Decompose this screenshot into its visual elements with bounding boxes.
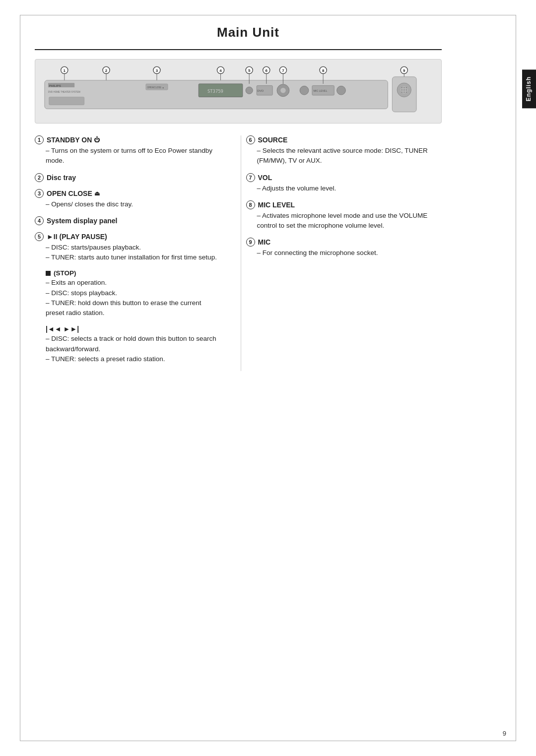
svg-point-28 xyxy=(403,91,405,93)
item-vol-heading: 7 VOL xyxy=(246,173,432,182)
svg-text:2: 2 xyxy=(105,68,108,73)
svg-point-21 xyxy=(402,87,403,89)
mic-level-label: MIC LEVEL xyxy=(258,201,295,209)
svg-text:1: 1 xyxy=(64,68,66,73)
circle-9: 9 xyxy=(246,238,255,247)
mic-level-bullet-1: Activates microphone level mode and use … xyxy=(257,211,432,231)
svg-point-24 xyxy=(402,89,403,91)
page-border-left xyxy=(20,15,20,741)
stop-heading: (STOP) xyxy=(46,269,221,277)
play-pause-bullet-1: DISC: starts/pauses playback. xyxy=(46,243,221,252)
item-standby: 1 STANDBY ON ⏻ Turns on the system or tu… xyxy=(35,135,221,166)
standby-label: STANDBY ON xyxy=(47,136,92,144)
device-svg: PHILIPS DVD HOME THEATER SYSTEM OPEN/CLO… xyxy=(40,64,436,119)
prev-next-icons: |◄◄ ►►| xyxy=(46,325,79,333)
item-disc-tray-heading: 2 Disc tray xyxy=(35,173,221,182)
svg-point-23 xyxy=(405,87,407,89)
svg-point-25 xyxy=(403,89,405,91)
page-border-right xyxy=(516,15,516,741)
description-columns: 1 STANDBY ON ⏻ Turns on the system or tu… xyxy=(35,135,442,371)
item-prev-next: |◄◄ ►►| DISC: selects a track or hold do… xyxy=(35,325,221,364)
device-image: PHILIPS DVD HOME THEATER SYSTEM OPEN/CLO… xyxy=(35,59,442,124)
circle-3: 3 xyxy=(35,189,44,198)
circle-1: 1 xyxy=(35,135,44,144)
prev-next-bullet-1: DISC: selects a track or hold down this … xyxy=(46,334,221,354)
svg-text:OPEN/CLOSE ▲: OPEN/CLOSE ▲ xyxy=(147,86,164,89)
svg-point-9 xyxy=(246,87,253,94)
svg-point-27 xyxy=(402,91,403,93)
item-source-heading: 6 SOURCE xyxy=(246,135,432,144)
svg-text:8: 8 xyxy=(322,68,325,73)
circle-5: 5 xyxy=(35,232,44,241)
svg-rect-4 xyxy=(49,97,84,105)
page-title: Main Unit xyxy=(35,25,462,40)
page-number: 9 xyxy=(503,730,506,737)
prev-next-heading: |◄◄ ►►| xyxy=(46,325,221,333)
svg-text:6: 6 xyxy=(266,68,268,73)
circle-7: 7 xyxy=(246,173,255,182)
item-mic-level: 8 MIC LEVEL Activates microphone level m… xyxy=(246,200,432,231)
svg-text:5: 5 xyxy=(248,68,251,73)
item-stop: (STOP) Exits an operation. DISC: stops p… xyxy=(35,269,221,318)
svg-text:DVD HOME THEATER SYSTEM: DVD HOME THEATER SYSTEM xyxy=(48,91,80,93)
svg-point-29 xyxy=(405,91,407,93)
item-play-pause-heading: 5 ►II (PLAY PAUSE) xyxy=(35,232,221,241)
source-label: SOURCE xyxy=(258,136,288,144)
disc-tray-label: Disc tray xyxy=(47,174,76,182)
svg-point-14 xyxy=(300,86,309,95)
svg-point-17 xyxy=(337,86,346,95)
item-open-close-heading: 3 OPEN CLOSE ⏏ xyxy=(35,189,221,198)
mic-bullet-1: For connecting the microphone socket. xyxy=(257,248,432,258)
svg-text:ST3759: ST3759 xyxy=(207,89,223,94)
power-icon: ⏻ xyxy=(94,136,100,143)
stop-icon xyxy=(46,271,51,276)
item-disc-tray: 2 Disc tray xyxy=(35,173,221,182)
open-close-bullet-1: Opens/ closes the disc tray. xyxy=(46,199,221,209)
play-pause-label: ►II (PLAY PAUSE) xyxy=(47,233,107,241)
system-display-label: System display panel xyxy=(47,217,117,225)
circle-6: 6 xyxy=(246,135,255,144)
item-system-display: 4 System display panel xyxy=(35,216,221,225)
item-play-pause: 5 ►II (PLAY PAUSE) DISC: starts/pauses p… xyxy=(35,232,221,263)
source-bullet-1: Selects the relevant active source mode:… xyxy=(257,146,432,166)
vol-label: VOL xyxy=(258,174,272,182)
item-mic-level-heading: 8 MIC LEVEL xyxy=(246,200,432,209)
svg-text:3: 3 xyxy=(156,68,158,73)
english-tab: English xyxy=(522,69,536,108)
svg-text:PHILIPS: PHILIPS xyxy=(49,84,61,87)
svg-text:DVD: DVD xyxy=(257,89,264,92)
item-open-close: 3 OPEN CLOSE ⏏ Opens/ closes the disc tr… xyxy=(35,189,221,209)
svg-point-13 xyxy=(280,88,286,93)
svg-text:7: 7 xyxy=(282,68,284,73)
item-vol: 7 VOL Adjusts the volume level. xyxy=(246,173,432,193)
vol-bullet-1: Adjusts the volume level. xyxy=(257,184,432,193)
mic-label: MIC xyxy=(258,238,271,246)
svg-text:MIC LEVEL: MIC LEVEL xyxy=(314,89,328,92)
circle-8: 8 xyxy=(246,200,255,209)
stop-label: (STOP) xyxy=(54,269,76,277)
stop-bullet-1: Exits an operation. xyxy=(46,278,221,288)
prev-next-bullet-2: TUNER: selects a preset radio station. xyxy=(46,354,221,364)
circle-4: 4 xyxy=(35,216,44,225)
left-column: 1 STANDBY ON ⏻ Turns on the system or tu… xyxy=(35,135,236,371)
circle-2: 2 xyxy=(35,173,44,182)
column-divider xyxy=(241,135,241,371)
title-divider xyxy=(35,49,442,50)
item-mic-heading: 9 MIC xyxy=(246,238,432,247)
svg-text:4: 4 xyxy=(219,68,222,73)
right-column: 6 SOURCE Selects the relevant active sou… xyxy=(246,135,442,371)
svg-point-26 xyxy=(405,89,407,91)
play-pause-bullet-2: TUNER: starts auto tuner installation fo… xyxy=(46,252,221,262)
eject-icon: ⏏ xyxy=(94,190,100,197)
page-border-bottom xyxy=(20,741,516,741)
item-system-display-heading: 4 System display panel xyxy=(35,216,221,225)
svg-text:9: 9 xyxy=(403,68,405,73)
item-standby-heading: 1 STANDBY ON ⏻ xyxy=(35,135,221,144)
stop-bullet-2: DISC: stops playback. xyxy=(46,288,221,298)
item-source: 6 SOURCE Selects the relevant active sou… xyxy=(246,135,432,166)
standby-bullet-1: Turns on the system or turns off to Eco … xyxy=(46,146,221,166)
stop-bullet-3: TUNER: hold down this button to erase th… xyxy=(46,298,221,318)
item-mic: 9 MIC For connecting the microphone sock… xyxy=(246,238,432,258)
svg-point-22 xyxy=(403,87,405,89)
open-close-label: OPEN CLOSE xyxy=(47,189,92,197)
